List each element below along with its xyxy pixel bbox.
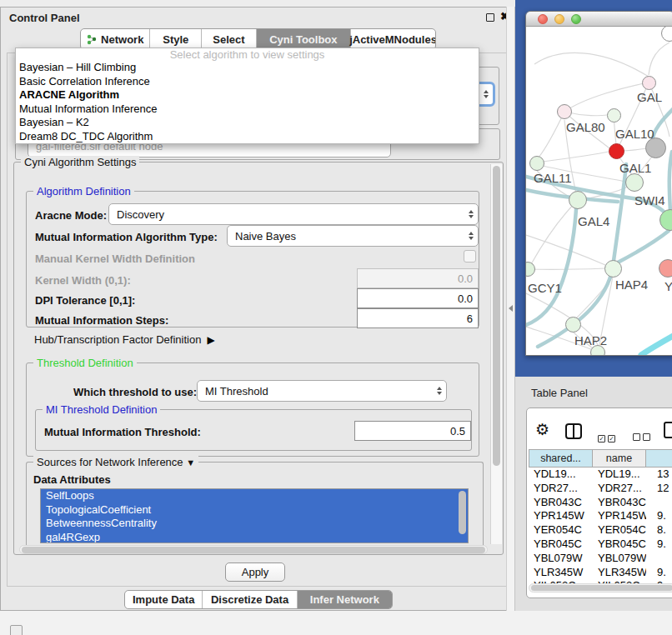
tab-label: Discretize Data [211,593,288,606]
node-label: SWI4 [634,193,665,208]
settings-vertical-scrollbar[interactable] [490,164,502,544]
node-hap4[interactable] [604,260,622,278]
list-item[interactable]: SelfLoops [41,489,468,503]
minimize-traffic-light[interactable] [554,14,564,24]
threshold-definition-title: Threshold Definition [33,357,137,369]
settings-horizontal-scrollbar[interactable] [19,545,488,554]
table-row[interactable]: YBR043CYBR043C [529,496,672,510]
dropdown-item-selected[interactable]: ARACNE Algorithm [16,88,479,102]
table-row[interactable]: YBL079WYBL079W [529,552,672,566]
dropdown-item[interactable]: Bayesian – K2 [16,116,479,130]
mi-algorithm-type-combo[interactable]: Naive Bayes [227,225,479,247]
close-traffic-light[interactable] [538,14,548,24]
data-attributes-label: Data Attributes [33,473,111,486]
data-attributes-list[interactable]: SelfLoops TopologicalCoefficient Between… [40,488,469,543]
hide-columns-icon[interactable] [633,429,653,444]
list-item[interactable]: gal4RGexp [41,531,468,544]
mi-steps-value: 6 [467,312,473,325]
manual-kernel-label: Manual Kernel Width Definition [35,252,195,265]
node-label: GAL11 [534,171,572,185]
tab-cyni-toolbox[interactable]: Cyni Toolbox [257,29,351,49]
dropdown-item[interactable]: Bayesian – Hill Climbing [16,61,479,75]
tab-style[interactable]: Style [150,29,202,49]
node-hap2[interactable] [565,317,581,332]
which-threshold-combo[interactable]: MI Threshold [197,380,447,402]
table-horizontal-scrollbar[interactable] [529,583,672,592]
mi-threshold-field[interactable]: 0.5 [354,421,471,441]
node-salmon[interactable] [659,259,672,278]
list-scrollbar[interactable] [459,491,466,534]
tab-label: Style [163,33,188,46]
scrollbar-thumb[interactable] [22,547,485,553]
table-row[interactable]: YDL19...YDL19...13 [529,468,672,482]
expand-arrow-icon: ▶ [207,334,214,346]
table-row[interactable]: YLR345WYLR345W9. [529,566,672,580]
node-gal11[interactable] [529,156,544,171]
table-row[interactable]: YER054CYER054C8. [529,523,672,538]
node-gal80[interactable] [557,104,572,119]
tab-impute-data[interactable]: Impute Data [125,591,203,608]
dropdown-item[interactable]: Basic Correlation Inference [16,75,479,89]
sources-title[interactable]: Sources for Network Inference ▼ [33,456,198,468]
tab-network[interactable]: Network [81,29,150,49]
tab-select[interactable]: Select [202,29,257,49]
network-window[interactable]: GAL GAL80 GAL10 GAL1 GAL11 SWI4 GAL4 GCY… [525,11,672,356]
table-row[interactable]: YBR045CYBR045C9. [529,538,672,552]
node-swi4[interactable] [625,173,644,192]
tab-jactivemnodules[interactable]: jActiveMNodules [351,29,435,49]
node-label: GAL1 [619,161,651,175]
mi-type-value: Naive Bayes [235,230,296,242]
table-row[interactable]: YDR27...YDR27...12 [529,482,672,496]
node-gal4[interactable] [569,191,587,209]
cell: YER054C [593,523,646,538]
node-gal-partial[interactable] [642,76,656,90]
list-item[interactable]: TopologicalCoefficient [41,503,468,518]
which-threshold-label: Which threshold to use: [73,386,197,398]
apply-button[interactable]: Apply [225,562,285,582]
algorithm-definition-group: Algorithm Definition Aracne Mode: Discov… [26,191,479,328]
table-row[interactable]: YPR145WYPR145W9. [529,509,672,523]
tab-label: Network [101,33,143,46]
gear-icon[interactable]: ⚙ [535,422,549,438]
combo-arrows-icon [469,210,474,218]
tab-infer-network[interactable]: Infer Network [298,591,392,608]
node-label: GAL [637,90,662,104]
column-layout-icon[interactable] [565,423,582,439]
splitter-arrow-icon[interactable] [509,305,513,312]
cell: 9. [646,509,672,523]
scrollbar-thumb[interactable] [493,166,500,466]
dropdown-item[interactable]: Dream8 DC_TDC Algorithm [16,130,479,144]
hub-definition-toggle[interactable]: Hub/Transcription Factor Definition ▶ [34,333,215,346]
tab-discretize-data[interactable]: Discretize Data [203,591,297,608]
zoom-traffic-light[interactable] [571,14,581,24]
node-label: HAP4 [615,278,648,292]
column-header-name[interactable]: name [593,449,646,468]
dropdown-item[interactable]: Mutual Information Inference [16,102,479,117]
node-label: GCY1 [528,281,562,295]
column-header-shared-name[interactable]: shared... [529,449,593,468]
threshold-definition-group: Threshold Definition Which threshold to … [26,362,479,457]
scrollbar-thumb[interactable] [531,585,672,591]
manual-kernel-checkbox[interactable] [464,250,476,262]
node-gal1[interactable] [609,143,624,159]
mi-steps-field[interactable]: 6 [357,308,479,328]
mi-steps-label: Mutual Information Steps: [35,314,168,327]
show-columns-icon[interactable]: ✓✓ [598,429,618,444]
network-window-titlebar[interactable] [526,12,672,27]
panel-splitter[interactable] [506,7,515,611]
aracne-mode-combo[interactable]: Discovery [108,203,479,225]
cell: YDR27... [593,482,646,496]
control-panel-titlebar[interactable]: Control Panel ✖ [1,8,514,28]
export-table-icon[interactable] [664,422,672,438]
float-window-icon[interactable] [486,13,494,22]
collapse-arrow-icon: ▼ [186,458,195,468]
kernel-width-field[interactable]: 0.0 [357,268,479,288]
list-item[interactable]: BetweennessCentrality [41,517,468,531]
cell: YLR345W [529,566,593,580]
network-canvas[interactable]: GAL GAL80 GAL10 GAL1 GAL11 SWI4 GAL4 GCY… [526,27,672,355]
dpi-tolerance-field[interactable]: 0.0 [357,288,479,308]
node-gal10[interactable] [607,108,621,122]
column-header-partial[interactable]: A [646,449,672,468]
minimized-panel-icon[interactable] [10,625,23,635]
hub-definition-label: Hub/Transcription Factor Definition [34,333,201,346]
